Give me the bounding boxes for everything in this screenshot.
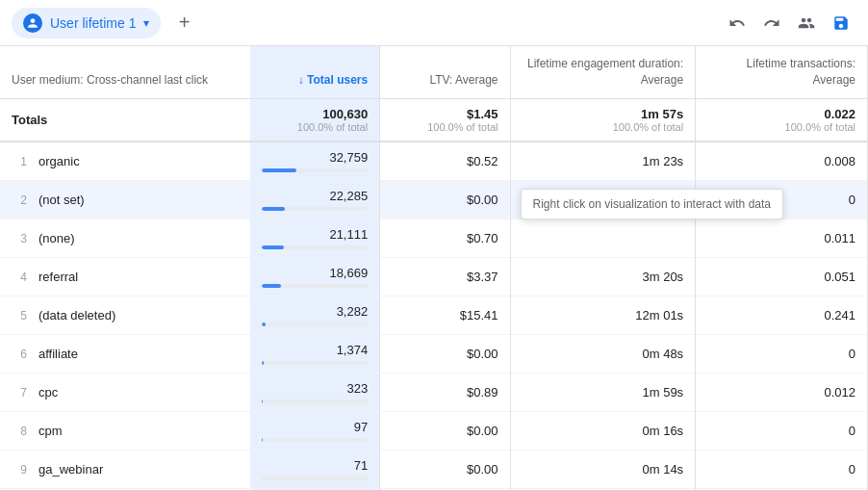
- bar-chart: [262, 207, 368, 211]
- table-row: 4referral18,669$3.373m 20s0.051: [0, 257, 868, 296]
- row-number: 6: [12, 348, 27, 361]
- top-bar: User lifetime 1 ▾ +: [0, 0, 868, 46]
- transactions-value: 0: [707, 193, 855, 207]
- table-row: 3(none)21,111$0.700.011: [0, 219, 868, 257]
- totals-engagement: 1m 57s 100.0% of total: [510, 98, 696, 142]
- row-ltv-avg: $0.00: [380, 411, 510, 450]
- row-lifetime-transactions: 0.051: [696, 257, 868, 296]
- engagement-value: 0m 16s: [523, 424, 684, 438]
- col-header-dimension[interactable]: User medium: Cross-channel last click: [0, 46, 250, 98]
- row-ltv-avg: $0.00: [380, 334, 510, 373]
- dimension-value: referral: [38, 270, 78, 284]
- tab-tab-icon: [23, 13, 42, 33]
- transactions-value: 0.241: [707, 308, 855, 322]
- col-header-lifetime-engagement[interactable]: Lifetime engagement duration: Average: [510, 46, 696, 98]
- row-total-users: 18,669: [250, 257, 380, 296]
- bar-fill: [262, 168, 296, 172]
- row-dimension-cell: 8cpm: [0, 411, 250, 450]
- tab-label: User lifetime 1: [50, 15, 136, 31]
- row-lifetime-engagement: 0m 14s: [510, 450, 696, 488]
- row-lifetime-transactions: 0.241: [696, 296, 868, 334]
- table-row: 9ga_webinar71$0.000m 14s0: [0, 450, 868, 488]
- save-button[interactable]: [826, 8, 856, 39]
- ltv-value: $0.00: [392, 424, 498, 438]
- row-lifetime-engagement: 0m 16s: [510, 411, 696, 450]
- transactions-value: 0.011: [707, 231, 855, 245]
- row-ltv-avg: $15.41: [380, 296, 510, 334]
- total-users-value: 3,282: [262, 304, 368, 319]
- row-ltv-avg: $0.52: [380, 142, 510, 181]
- total-users-value: 21,111: [262, 227, 368, 242]
- ltv-value: $0.52: [392, 154, 498, 168]
- table-body: Totals 100,630 100.0% of total $1.45 100…: [0, 98, 868, 490]
- dimension-value: (none): [38, 231, 75, 245]
- row-total-users: 22,285: [250, 180, 380, 219]
- row-lifetime-engagement: 3m 20s: [510, 257, 696, 296]
- total-users-value: 323: [262, 381, 368, 396]
- engagement-value: 12m 01s: [523, 308, 684, 322]
- col-header-lifetime-transactions[interactable]: Lifetime transactions: Average: [696, 46, 868, 98]
- total-users-value: 1,374: [262, 343, 368, 357]
- table-row: 6affiliate1,374$0.000m 48s0: [0, 334, 868, 373]
- data-table: User medium: Cross-channel last click ↓ …: [0, 46, 868, 490]
- total-users-value: 32,759: [262, 150, 368, 165]
- chevron-down-icon: ▾: [143, 16, 149, 30]
- dimension-value: affiliate: [38, 347, 78, 361]
- row-ltv-avg: $3.37: [380, 257, 510, 296]
- table-row: 8cpm97$0.000m 16s0: [0, 411, 868, 450]
- row-lifetime-engagement: [510, 219, 696, 257]
- ltv-value: $0.00: [392, 347, 498, 361]
- row-total-users: 1,374: [250, 334, 380, 373]
- transactions-value: 0: [707, 462, 855, 477]
- row-number: 3: [12, 232, 27, 245]
- transactions-value: 0: [707, 347, 855, 361]
- row-number: 2: [12, 193, 27, 207]
- engagement-value: 1m 23s: [523, 154, 684, 168]
- row-lifetime-transactions: 0: [696, 180, 868, 219]
- row-number: 7: [12, 386, 27, 400]
- ltv-value: $15.41: [392, 308, 498, 322]
- transactions-value: 0.008: [707, 154, 855, 168]
- row-dimension-cell: 5(data deleted): [0, 296, 250, 334]
- bar-chart: [262, 168, 368, 172]
- row-lifetime-engagement: 12m 01s: [510, 296, 696, 334]
- bar-fill: [262, 361, 264, 365]
- bar-chart: [262, 477, 368, 480]
- row-dimension-cell: 6affiliate: [0, 334, 250, 373]
- dimension-value: cpc: [38, 385, 58, 400]
- row-lifetime-engagement: 1m 23s: [510, 142, 696, 181]
- bar-chart: [262, 361, 368, 365]
- undo-button[interactable]: [722, 8, 753, 39]
- col-header-ltv-avg[interactable]: LTV: Average: [380, 46, 510, 98]
- row-lifetime-transactions: 0.012: [696, 373, 868, 411]
- tab-user-lifetime[interactable]: User lifetime 1 ▾: [12, 8, 161, 39]
- row-ltv-avg: $0.00: [380, 450, 510, 488]
- bar-chart: [262, 245, 368, 249]
- redo-button[interactable]: [756, 8, 787, 39]
- total-users-value: 18,669: [262, 266, 368, 280]
- bar-chart: [262, 322, 368, 326]
- toolbar-actions: [722, 8, 856, 39]
- dimension-value: cpm: [38, 424, 63, 438]
- col-header-total-users[interactable]: ↓ Total users: [250, 46, 380, 98]
- undo-icon: [728, 14, 746, 32]
- dimension-value: organic: [38, 154, 80, 168]
- row-number: 8: [12, 425, 27, 438]
- totals-row: Totals 100,630 100.0% of total $1.45 100…: [0, 98, 868, 142]
- row-dimension-cell: 1organic: [0, 142, 250, 181]
- add-tab-button[interactable]: +: [168, 8, 199, 39]
- ltv-value: $0.89: [392, 385, 498, 400]
- row-lifetime-engagement: 1m 01sRight click on visualization to in…: [510, 180, 696, 219]
- row-total-users: 32,759: [250, 142, 380, 181]
- row-lifetime-transactions: 0: [696, 411, 868, 450]
- share-users-button[interactable]: [791, 8, 822, 39]
- engagement-value: 0m 48s: [523, 347, 684, 361]
- redo-icon: [763, 14, 780, 32]
- share-users-icon: [798, 14, 815, 32]
- bar-fill: [262, 284, 281, 288]
- row-dimension-cell: 7cpc: [0, 373, 250, 411]
- bar-chart: [262, 400, 368, 403]
- row-lifetime-engagement: 0m 48s: [510, 334, 696, 373]
- total-users-value: 22,285: [262, 189, 368, 203]
- bar-fill: [262, 207, 285, 211]
